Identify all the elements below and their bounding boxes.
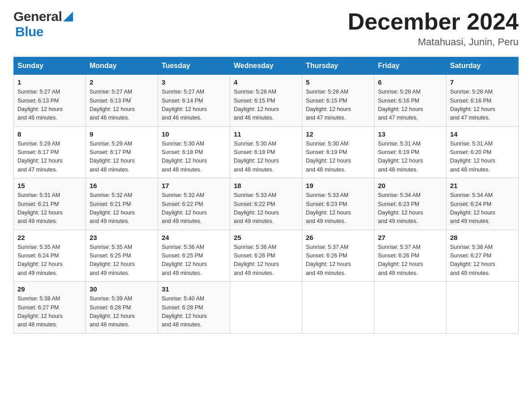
calendar-cell: 28Sunrise: 5:38 AMSunset: 6:27 PMDayligh…: [446, 230, 519, 282]
calendar-cell: [302, 282, 374, 334]
day-number: 27: [378, 234, 442, 241]
calendar-title: December 2024: [348, 9, 519, 34]
calendar-cell: 13Sunrise: 5:31 AMSunset: 6:19 PMDayligh…: [374, 126, 446, 178]
day-number: 20: [378, 182, 442, 189]
day-number: 22: [17, 234, 82, 241]
day-number: 18: [234, 182, 298, 189]
calendar-cell: 12Sunrise: 5:30 AMSunset: 6:19 PMDayligh…: [302, 126, 374, 178]
logo-icon: General: [13, 9, 73, 24]
day-info: Sunrise: 5:34 AMSunset: 6:23 PMDaylight:…: [378, 191, 442, 226]
calendar-cell: 11Sunrise: 5:30 AMSunset: 6:18 PMDayligh…: [230, 126, 302, 178]
calendar-header-sunday: Sunday: [14, 57, 86, 75]
day-number: 24: [162, 234, 226, 241]
day-info: Sunrise: 5:27 AMSunset: 6:14 PMDaylight:…: [162, 88, 226, 123]
day-number: 25: [234, 234, 298, 241]
calendar-cell: 29Sunrise: 5:38 AMSunset: 6:27 PMDayligh…: [14, 282, 86, 334]
day-number: 5: [306, 78, 370, 86]
day-info: Sunrise: 5:29 AMSunset: 6:17 PMDaylight:…: [17, 140, 82, 175]
calendar-cell: 1Sunrise: 5:27 AMSunset: 6:13 PMDaylight…: [14, 75, 86, 127]
day-info: Sunrise: 5:36 AMSunset: 6:25 PMDaylight:…: [162, 243, 226, 278]
day-info: Sunrise: 5:32 AMSunset: 6:22 PMDaylight:…: [162, 191, 226, 226]
day-number: 19: [306, 182, 370, 189]
day-number: 28: [450, 234, 515, 241]
calendar-week-row: 15Sunrise: 5:31 AMSunset: 6:21 PMDayligh…: [14, 178, 519, 230]
calendar-week-row: 1Sunrise: 5:27 AMSunset: 6:13 PMDaylight…: [14, 75, 519, 127]
day-number: 16: [90, 182, 154, 189]
logo-general-text: General: [13, 9, 62, 24]
day-number: 15: [17, 182, 82, 189]
calendar-cell: 25Sunrise: 5:36 AMSunset: 6:26 PMDayligh…: [230, 230, 302, 282]
calendar-cell: 10Sunrise: 5:30 AMSunset: 6:18 PMDayligh…: [158, 126, 230, 178]
day-info: Sunrise: 5:33 AMSunset: 6:23 PMDaylight:…: [306, 191, 370, 226]
calendar-cell: 31Sunrise: 5:40 AMSunset: 6:28 PMDayligh…: [158, 282, 230, 334]
logo-triangle-icon: [63, 12, 73, 21]
day-info: Sunrise: 5:31 AMSunset: 6:20 PMDaylight:…: [450, 140, 515, 175]
calendar-cell: 26Sunrise: 5:37 AMSunset: 6:26 PMDayligh…: [302, 230, 374, 282]
day-number: 6: [378, 78, 442, 86]
calendar-cell: 18Sunrise: 5:33 AMSunset: 6:22 PMDayligh…: [230, 178, 302, 230]
calendar-cell: 8Sunrise: 5:29 AMSunset: 6:17 PMDaylight…: [14, 126, 86, 178]
calendar-cell: 15Sunrise: 5:31 AMSunset: 6:21 PMDayligh…: [14, 178, 86, 230]
calendar-table: SundayMondayTuesdayWednesdayThursdayFrid…: [13, 57, 519, 334]
calendar-cell: 21Sunrise: 5:34 AMSunset: 6:24 PMDayligh…: [446, 178, 519, 230]
day-info: Sunrise: 5:38 AMSunset: 6:27 PMDaylight:…: [450, 243, 515, 278]
day-number: 23: [90, 234, 154, 241]
day-info: Sunrise: 5:33 AMSunset: 6:22 PMDaylight:…: [234, 191, 298, 226]
day-info: Sunrise: 5:27 AMSunset: 6:13 PMDaylight:…: [17, 88, 82, 123]
day-info: Sunrise: 5:31 AMSunset: 6:19 PMDaylight:…: [378, 140, 442, 175]
day-info: Sunrise: 5:27 AMSunset: 6:13 PMDaylight:…: [90, 88, 154, 123]
day-info: Sunrise: 5:39 AMSunset: 6:28 PMDaylight:…: [90, 295, 154, 330]
day-info: Sunrise: 5:32 AMSunset: 6:21 PMDaylight:…: [90, 191, 154, 226]
day-number: 21: [450, 182, 515, 189]
calendar-cell: 14Sunrise: 5:31 AMSunset: 6:20 PMDayligh…: [446, 126, 519, 178]
calendar-subtitle: Matahuasi, Junin, Peru: [348, 36, 519, 48]
page-header: General Blue December 2024 Matahuasi, Ju…: [13, 9, 519, 48]
day-info: Sunrise: 5:34 AMSunset: 6:24 PMDaylight:…: [450, 191, 515, 226]
calendar-cell: 17Sunrise: 5:32 AMSunset: 6:22 PMDayligh…: [158, 178, 230, 230]
calendar-cell: 5Sunrise: 5:28 AMSunset: 6:15 PMDaylight…: [302, 75, 374, 127]
day-number: 7: [450, 78, 515, 86]
day-info: Sunrise: 5:37 AMSunset: 6:26 PMDaylight:…: [306, 243, 370, 278]
day-info: Sunrise: 5:35 AMSunset: 6:24 PMDaylight:…: [17, 243, 82, 278]
day-number: 1: [17, 78, 82, 86]
day-info: Sunrise: 5:28 AMSunset: 6:16 PMDaylight:…: [378, 88, 442, 123]
calendar-week-row: 29Sunrise: 5:38 AMSunset: 6:27 PMDayligh…: [14, 282, 519, 334]
calendar-week-row: 22Sunrise: 5:35 AMSunset: 6:24 PMDayligh…: [14, 230, 519, 282]
calendar-header-saturday: Saturday: [446, 57, 519, 75]
day-info: Sunrise: 5:31 AMSunset: 6:21 PMDaylight:…: [17, 191, 82, 226]
day-info: Sunrise: 5:30 AMSunset: 6:18 PMDaylight:…: [234, 140, 298, 175]
calendar-cell: 3Sunrise: 5:27 AMSunset: 6:14 PMDaylight…: [158, 75, 230, 127]
day-info: Sunrise: 5:37 AMSunset: 6:26 PMDaylight:…: [378, 243, 442, 278]
day-info: Sunrise: 5:28 AMSunset: 6:16 PMDaylight:…: [450, 88, 515, 123]
day-number: 26: [306, 234, 370, 241]
title-section: December 2024 Matahuasi, Junin, Peru: [348, 9, 519, 48]
day-number: 13: [378, 130, 442, 138]
day-number: 9: [90, 130, 154, 138]
calendar-header-tuesday: Tuesday: [158, 57, 230, 75]
day-number: 8: [17, 130, 82, 138]
calendar-cell: 23Sunrise: 5:35 AMSunset: 6:25 PMDayligh…: [86, 230, 158, 282]
calendar-cell: 20Sunrise: 5:34 AMSunset: 6:23 PMDayligh…: [374, 178, 446, 230]
logo: General Blue: [13, 9, 73, 39]
day-info: Sunrise: 5:28 AMSunset: 6:15 PMDaylight:…: [306, 88, 370, 123]
calendar-cell: 22Sunrise: 5:35 AMSunset: 6:24 PMDayligh…: [14, 230, 86, 282]
logo-blue-text: Blue: [15, 24, 43, 39]
calendar-cell: 16Sunrise: 5:32 AMSunset: 6:21 PMDayligh…: [86, 178, 158, 230]
day-info: Sunrise: 5:35 AMSunset: 6:25 PMDaylight:…: [90, 243, 154, 278]
calendar-cell: 19Sunrise: 5:33 AMSunset: 6:23 PMDayligh…: [302, 178, 374, 230]
calendar-cell: 2Sunrise: 5:27 AMSunset: 6:13 PMDaylight…: [86, 75, 158, 127]
day-number: 2: [90, 78, 154, 86]
calendar-cell: 30Sunrise: 5:39 AMSunset: 6:28 PMDayligh…: [86, 282, 158, 334]
day-number: 3: [162, 78, 226, 86]
calendar-cell: 4Sunrise: 5:28 AMSunset: 6:15 PMDaylight…: [230, 75, 302, 127]
calendar-week-row: 8Sunrise: 5:29 AMSunset: 6:17 PMDaylight…: [14, 126, 519, 178]
calendar-cell: 24Sunrise: 5:36 AMSunset: 6:25 PMDayligh…: [158, 230, 230, 282]
calendar-header-monday: Monday: [86, 57, 158, 75]
day-number: 11: [234, 130, 298, 138]
day-info: Sunrise: 5:28 AMSunset: 6:15 PMDaylight:…: [234, 88, 298, 123]
day-number: 29: [17, 285, 82, 293]
calendar-cell: [230, 282, 302, 334]
day-number: 12: [306, 130, 370, 138]
calendar-header-row: SundayMondayTuesdayWednesdayThursdayFrid…: [14, 57, 519, 75]
day-info: Sunrise: 5:30 AMSunset: 6:19 PMDaylight:…: [306, 140, 370, 175]
